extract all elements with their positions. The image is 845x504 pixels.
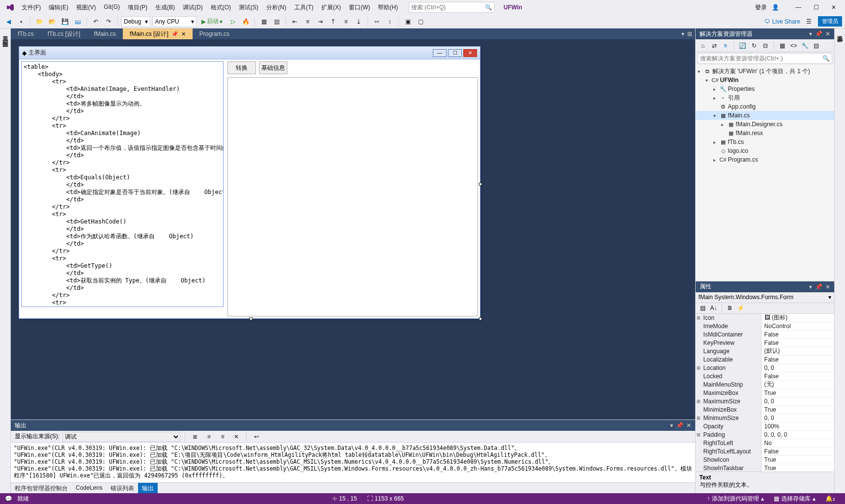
menu-item[interactable]: Git(G) bbox=[100, 1, 124, 14]
document-tab[interactable]: fTb.cs [设计] bbox=[41, 28, 87, 39]
layout-grid-icon[interactable]: ▦ bbox=[258, 16, 269, 27]
property-row[interactable]: LockedFalse bbox=[696, 372, 834, 381]
sx-dropdown-icon[interactable]: ▾ bbox=[809, 30, 812, 37]
config-combo[interactable]: Debug▾ bbox=[121, 16, 150, 27]
textbox-control[interactable]: <table> <tbody> <tr> <td>Animate(Image, … bbox=[21, 61, 224, 307]
menu-item[interactable]: 分析(N) bbox=[262, 1, 290, 14]
live-share-button[interactable]: 🗨 Live Share bbox=[761, 18, 803, 25]
sx-close-icon[interactable]: ✕ bbox=[825, 30, 830, 37]
menu-item[interactable]: 窗口(W) bbox=[345, 1, 374, 14]
tree-item[interactable]: ⚙App.config bbox=[696, 102, 834, 111]
menu-item[interactable]: 编辑(E) bbox=[45, 1, 72, 14]
designer-form[interactable]: ◆ 主界面 — ☐ ✕ <table> <tbody> <tr> <td>Ani… bbox=[19, 46, 480, 319]
minimize-button[interactable]: — bbox=[790, 1, 807, 13]
property-row[interactable]: IsMdiContainerFalse bbox=[696, 331, 834, 339]
output-tab[interactable]: 程序包管理器控制台 bbox=[11, 483, 72, 493]
solution-root[interactable]: ▾⧉解决方案 'UFWin' (1 个项目，共 1 个) bbox=[696, 67, 834, 76]
property-row[interactable]: Opacity100% bbox=[696, 422, 834, 431]
hot-reload-icon[interactable]: 🔥 bbox=[240, 16, 251, 27]
tree-item[interactable]: ◇logo.ico bbox=[696, 146, 834, 155]
props-events-icon[interactable]: ⚡ bbox=[736, 304, 745, 312]
sx-home-icon[interactable]: ⌂ bbox=[699, 41, 707, 50]
send-back-icon[interactable]: ▢ bbox=[415, 16, 426, 27]
props-alpha-icon[interactable]: A↓ bbox=[709, 304, 718, 312]
nav-fwd-icon[interactable]: ▪ bbox=[16, 16, 27, 27]
sx-search-input[interactable] bbox=[700, 55, 822, 62]
open-file-icon[interactable]: 📂 bbox=[47, 16, 57, 27]
tree-item[interactable]: ▦fMain.resx bbox=[696, 129, 834, 138]
property-row[interactable]: Location0, 0 bbox=[696, 364, 834, 372]
menu-item[interactable]: 帮助(H) bbox=[374, 1, 402, 14]
menu-item[interactable]: 扩展(X) bbox=[317, 1, 345, 14]
output-prev-icon[interactable]: ≡ bbox=[203, 431, 214, 442]
document-tab[interactable]: fTb.cs bbox=[11, 28, 41, 39]
sx-code-icon[interactable]: <> bbox=[789, 41, 798, 50]
user-icon[interactable]: 👤 bbox=[772, 4, 779, 11]
global-search[interactable]: 🔍 bbox=[409, 2, 495, 13]
menu-item[interactable]: 工具(T) bbox=[290, 1, 317, 14]
maximize-button[interactable]: ☐ bbox=[808, 1, 824, 13]
status-notifications-icon[interactable]: 🔔₂ bbox=[820, 495, 840, 502]
sx-properties-icon[interactable]: 🔧 bbox=[801, 41, 810, 50]
menu-item[interactable]: 视图(V) bbox=[72, 1, 100, 14]
tabwell-dropdown-icon[interactable]: ▾ bbox=[681, 30, 684, 37]
output-find-icon[interactable]: ≣ bbox=[190, 431, 200, 442]
sx-sync-icon[interactable]: 🔄 bbox=[738, 41, 747, 50]
output-tab[interactable]: 错误列表 bbox=[107, 483, 138, 493]
align-middle-icon[interactable]: ≡ bbox=[340, 16, 351, 27]
basicinfo-button[interactable]: 基础信息 bbox=[259, 61, 287, 74]
vspace-icon[interactable]: ↕ bbox=[384, 16, 395, 27]
hspace-icon[interactable]: ⇿ bbox=[371, 16, 382, 27]
props-pin-icon[interactable]: 📌 bbox=[815, 283, 822, 290]
login-link[interactable]: 登录 bbox=[755, 3, 767, 12]
start-without-debug-icon[interactable]: ▷ bbox=[227, 16, 238, 27]
property-row[interactable]: MainMenuStrip(无) bbox=[696, 381, 834, 389]
bring-front-icon[interactable]: ▣ bbox=[402, 16, 413, 27]
platform-combo[interactable]: Any CPU▾ bbox=[152, 16, 197, 27]
output-pin-icon[interactable]: 📌 bbox=[676, 422, 683, 429]
status-select-repo[interactable]: ▦ 选择存储库 ▴ bbox=[769, 495, 820, 503]
menu-item[interactable]: 文件(F) bbox=[18, 1, 45, 14]
output-tab[interactable]: 输出 bbox=[138, 483, 158, 493]
tab-order-icon[interactable]: ▤ bbox=[271, 16, 282, 27]
menu-item[interactable]: 调试(D) bbox=[179, 1, 207, 14]
tree-item[interactable]: ▾C#UFWin bbox=[696, 76, 834, 84]
tree-item[interactable]: ▸▦fTb.cs bbox=[696, 138, 834, 146]
save-icon[interactable]: 💾 bbox=[59, 16, 70, 27]
document-tab[interactable]: fMain.cs [设计]📌✕ bbox=[123, 28, 193, 39]
close-button[interactable]: ✕ bbox=[825, 1, 842, 13]
tab-pin-icon[interactable]: 📌 bbox=[171, 31, 178, 37]
undo-icon[interactable]: ↶ bbox=[90, 16, 101, 27]
status-chat-icon[interactable]: 💬 bbox=[5, 495, 12, 502]
status-add-source[interactable]: ↑ 添加到源代码管理 ▴ bbox=[702, 495, 769, 503]
output-next-icon[interactable]: ≡ bbox=[217, 431, 228, 442]
property-row[interactable]: ShowInTaskbarTrue bbox=[696, 464, 834, 472]
output-wrap-icon[interactable]: ↩ bbox=[251, 431, 262, 442]
align-bottom-icon[interactable]: ⤓ bbox=[353, 16, 364, 27]
sx-filter-icon[interactable]: ≡ bbox=[721, 41, 730, 50]
property-row[interactable]: RightToLeftLayoutFalse bbox=[696, 448, 834, 456]
menu-item[interactable]: 测试(S) bbox=[235, 1, 262, 14]
align-center-icon[interactable]: ≡ bbox=[302, 16, 313, 27]
redo-icon[interactable]: ↷ bbox=[103, 16, 114, 27]
props-categorized-icon[interactable]: ▤ bbox=[699, 304, 707, 312]
save-all-icon[interactable]: 🖴 bbox=[72, 16, 83, 27]
sx-switch-icon[interactable]: ⇄ bbox=[710, 41, 719, 50]
align-top-icon[interactable]: ⤒ bbox=[328, 16, 338, 27]
property-row[interactable]: MinimizeBoxTrue bbox=[696, 406, 834, 414]
sx-showall-icon[interactable]: ▦ bbox=[778, 41, 787, 50]
output-source-combo[interactable]: 调试 bbox=[62, 432, 180, 442]
output-close-icon[interactable]: ✕ bbox=[686, 422, 691, 429]
props-object[interactable]: fMain System.Windows.Forms.Form bbox=[699, 294, 793, 301]
panel-control[interactable] bbox=[227, 77, 478, 316]
align-right-icon[interactable]: ⇥ bbox=[315, 16, 326, 27]
tree-item[interactable]: ▸C#Program.cs bbox=[696, 155, 834, 164]
document-tab[interactable]: Program.cs bbox=[193, 28, 236, 39]
property-row[interactable]: Padding0, 0, 0, 0 bbox=[696, 431, 834, 439]
tab-close-icon[interactable]: ✕ bbox=[181, 31, 186, 37]
property-row[interactable]: MaximumSize0, 0 bbox=[696, 397, 834, 406]
property-row[interactable]: ImeModeNoControl bbox=[696, 322, 834, 331]
sx-refresh-icon[interactable]: ↻ bbox=[750, 41, 759, 50]
sx-pin-icon[interactable]: 📌 bbox=[815, 30, 822, 37]
property-row[interactable]: MinimumSize0, 0 bbox=[696, 414, 834, 422]
